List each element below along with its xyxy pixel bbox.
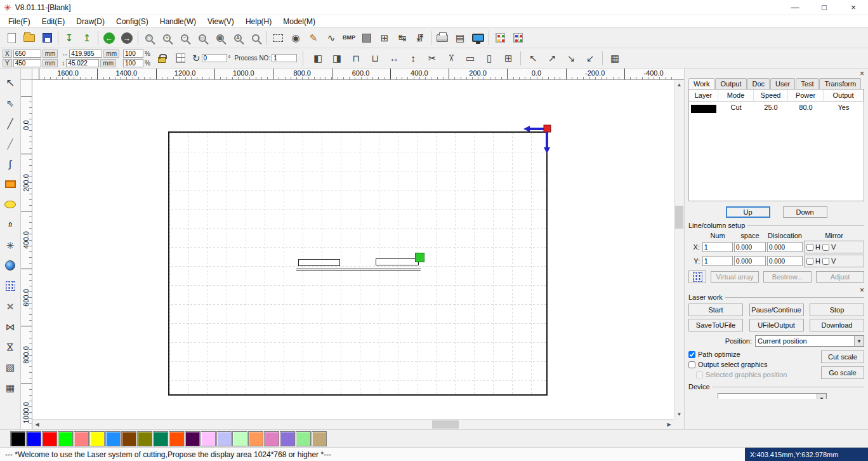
x-num-input[interactable] [702,242,733,252]
color-swatch-1[interactable] [26,431,41,446]
device-dropdown[interactable]: ▼ [718,393,827,399]
anchor-bottom-left-button[interactable]: ↙ [581,50,599,67]
grid-snap-button[interactable] [173,51,188,66]
layer-down-button[interactable]: Down [783,206,827,218]
select-tool[interactable]: ↖ [1,74,19,91]
start-button[interactable]: Start [688,304,743,316]
color-swatch-5[interactable] [89,431,105,446]
mirror-horizontal-button[interactable]: ◧ [309,50,327,67]
color-swatch-2[interactable] [42,431,57,446]
ellipse-tool[interactable] [1,196,19,213]
new-button[interactable] [3,30,20,46]
y-space-input[interactable] [734,256,766,266]
delete-tool[interactable]: × [1,297,19,315]
layer-up-button[interactable]: Up [726,206,770,218]
height-size-button[interactable]: ▯ [480,50,498,67]
polygon-tool[interactable]: ✳ [1,236,19,254]
line-tool[interactable]: ╱ [1,114,19,132]
array-tool[interactable]: ▦ [1,378,19,396]
color-swatch-8[interactable] [137,431,152,446]
import-button[interactable]: ↧ [60,30,78,46]
menu-edit[interactable]: Edit(E) [36,17,71,26]
download-button[interactable]: Download [810,319,864,331]
y-mirror-h-checkbox[interactable] [806,258,813,265]
go-scale-button[interactable]: Go scale [821,366,864,379]
curve-button[interactable]: ∿ [322,30,340,46]
virtual-array-button[interactable]: Virtual array [711,271,759,283]
mirror-horizontal-tool[interactable]: ⋈ [1,317,19,335]
menu-handle[interactable]: Handle(W) [154,17,202,26]
anchor-top-left-button[interactable]: ↖ [524,50,542,67]
bitmap-tool[interactable] [1,257,19,274]
undo-button[interactable]: ← [100,30,118,46]
width-size-button[interactable]: ▭ [461,50,479,67]
zoom-window-button[interactable]: □ [140,30,158,46]
node-edit-tool[interactable]: ⇖ [1,94,19,112]
save-button[interactable] [38,30,56,46]
output-array-button[interactable] [491,30,509,46]
cut-horizontal-button[interactable]: ✂ [423,50,441,67]
menu-file[interactable]: File(F) [3,17,36,26]
tab-user[interactable]: User [770,78,795,89]
print-button[interactable] [433,30,451,46]
adjust-button[interactable]: Adjust [816,271,864,283]
polyline-tool[interactable]: ╱ [1,135,19,152]
text-tool[interactable]: fI [1,216,19,234]
tab-work[interactable]: Work [688,78,714,89]
layer-table[interactable]: LayerModeSpeedPowerOutput Cut25.080.0Yes [688,89,864,201]
vertical-scrollbar[interactable]: ▲ ▼ [674,80,684,419]
color-swatch-17[interactable] [280,431,295,446]
selected-graphic[interactable] [296,253,425,274]
color-swatch-11[interactable] [185,431,200,446]
x-position-input[interactable] [13,50,41,58]
scale-x-input[interactable] [123,50,143,58]
color-swatch-7[interactable] [121,431,136,446]
menu-model[interactable]: Model(M) [277,17,321,26]
anchor-bottom-right-button[interactable]: ↘ [562,50,580,67]
zoom-in-button[interactable]: + [158,30,176,46]
ufileoutput-button[interactable]: UFileOutput [749,319,804,331]
x-mirror-h-checkbox[interactable] [806,244,813,251]
measure-height-button[interactable]: ↹ [411,30,429,46]
drawing-canvas[interactable] [32,80,674,419]
rectangle-tool[interactable] [1,175,19,193]
preview-tool[interactable]: ▧ [1,358,19,376]
curve-tool[interactable]: ʃ [1,155,19,173]
tab-test[interactable]: Test [796,78,819,89]
layer-color-swatch[interactable] [691,105,716,113]
position-dropdown[interactable]: Current position ▼ [755,335,864,347]
menu-view[interactable]: View(V) [202,17,240,26]
array-preview-button[interactable] [688,271,706,283]
color-swatch-10[interactable] [169,431,184,446]
path-optimize-checkbox[interactable] [688,351,695,358]
panel-close-icon[interactable]: × [860,70,864,77]
anchor-top-right-button[interactable]: ↗ [543,50,561,67]
redo-button[interactable]: → [118,30,136,46]
pen-button[interactable]: ✎ [305,30,322,46]
zoom-view-button[interactable] [247,30,265,46]
menu-draw[interactable]: Draw(D) [70,17,110,26]
copies-button[interactable]: ⊞ [376,30,393,46]
selected-graphics-position-checkbox[interactable] [696,371,703,378]
color-swatch-16[interactable] [264,431,279,446]
lock-ratio-button[interactable] [154,51,169,66]
cut-vertical-button[interactable]: ✂ [442,50,460,67]
color-swatch-3[interactable] [58,431,73,446]
color-swatch-9[interactable] [153,431,168,446]
menu-config[interactable]: Config(S) [110,17,154,26]
color-swatch-13[interactable] [216,431,232,446]
scroll-down-icon[interactable]: ▼ [674,410,684,419]
savetoufile-button[interactable]: SaveToUFile [688,319,743,331]
zoom-out-button[interactable]: − [176,30,194,46]
output-select-graphics-checkbox[interactable] [688,361,695,368]
rotate-input[interactable] [202,54,227,62]
maximize-button[interactable]: □ [810,0,839,15]
select-frame-button[interactable] [269,30,287,46]
horizontal-scroll-thumb[interactable] [432,420,459,429]
color-swatch-15[interactable] [248,431,263,446]
y-num-input[interactable] [702,256,733,266]
expand-vertical-button[interactable]: ↕ [404,50,422,67]
scale-y-input[interactable] [123,59,143,67]
export-button[interactable]: ↥ [78,30,96,46]
y-dislocation-input[interactable] [767,256,803,266]
